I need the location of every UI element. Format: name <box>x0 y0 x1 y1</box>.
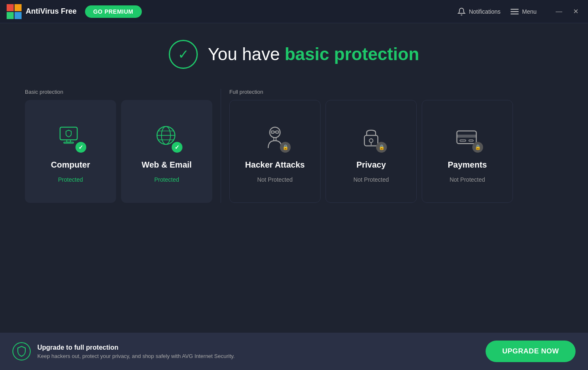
web-email-check-badge: ✓ <box>172 142 182 153</box>
payments-card-title: Payments <box>448 160 487 170</box>
hero-prefix: You have <box>208 44 284 64</box>
privacy-card[interactable]: 🔒 Privacy Not Protected <box>326 100 417 203</box>
minimize-button[interactable]: — <box>553 6 565 17</box>
upgrade-bar: Upgrade to full protection Keep hackers … <box>0 333 588 370</box>
payments-card[interactable]: 🔒 Payments Not Protected <box>422 100 513 203</box>
computer-card[interactable]: ✓ Computer Protected <box>25 100 116 203</box>
svg-rect-3 <box>15 12 22 19</box>
menu-button[interactable]: Menu <box>510 8 537 15</box>
main-content: ✓ You have basic protection Basic protec… <box>0 23 588 333</box>
close-button[interactable]: ✕ <box>570 6 581 17</box>
section-divider <box>221 89 221 203</box>
hacker-card[interactable]: 🔒 Hacker Attacks Not Protected <box>229 100 321 203</box>
upgrade-title: Upgrade to full protection <box>37 344 479 351</box>
hacker-card-title: Hacker Attacks <box>245 160 305 170</box>
upgrade-now-button[interactable]: UPGRADE NOW <box>486 341 576 362</box>
web-email-icon: ✓ <box>150 120 183 153</box>
cards-section: Basic protection ✓ <box>25 89 563 203</box>
svg-rect-0 <box>7 4 14 11</box>
full-protection-group: Full protection <box>229 89 513 203</box>
computer-check-badge: ✓ <box>75 142 86 153</box>
app-name-label: AntiVirus Free <box>26 7 77 16</box>
full-protection-label: Full protection <box>229 89 513 95</box>
titlebar: AntiVirus Free GO PREMIUM Notifications … <box>0 0 588 23</box>
web-email-card[interactable]: ✓ Web & Email Protected <box>121 100 212 203</box>
hacker-card-status: Not Protected <box>257 176 293 183</box>
go-premium-button[interactable]: GO PREMIUM <box>85 5 142 18</box>
titlebar-right: Notifications Menu — ✕ <box>457 6 581 17</box>
hero-check-icon: ✓ <box>178 46 189 62</box>
computer-card-status: Protected <box>58 176 83 183</box>
svg-rect-17 <box>276 131 279 133</box>
basic-protection-label: Basic protection <box>25 89 212 95</box>
computer-icon: ✓ <box>54 120 87 153</box>
hero-heading: You have basic protection <box>208 44 419 64</box>
svg-rect-27 <box>469 140 474 141</box>
window-controls: — ✕ <box>553 6 581 17</box>
notifications-label: Notifications <box>469 8 501 15</box>
hacker-lock-badge: 🔒 <box>280 142 291 153</box>
svg-rect-26 <box>460 140 466 141</box>
svg-rect-9 <box>64 142 73 143</box>
svg-rect-2 <box>7 12 14 19</box>
hero-highlight: basic protection <box>284 44 419 64</box>
web-email-card-status: Protected <box>154 176 179 183</box>
upgrade-description: Keep hackers out, protect your privacy, … <box>37 353 479 359</box>
upgrade-shield-icon <box>12 342 31 360</box>
privacy-card-status: Not Protected <box>353 176 389 183</box>
web-email-card-title: Web & Email <box>142 160 192 170</box>
avg-logo <box>7 4 22 19</box>
payments-lock-badge: 🔒 <box>472 142 483 153</box>
svg-rect-1 <box>15 4 22 11</box>
menu-label: Menu <box>522 8 537 15</box>
upgrade-text-block: Upgrade to full protection Keep hackers … <box>37 344 479 359</box>
payments-card-status: Not Protected <box>450 176 485 183</box>
basic-protection-group: Basic protection ✓ <box>25 89 212 203</box>
hero-section: ✓ You have basic protection <box>25 40 563 69</box>
notifications-button[interactable]: Notifications <box>457 7 501 16</box>
svg-rect-16 <box>271 131 274 133</box>
computer-card-title: Computer <box>51 160 90 170</box>
payments-icon: 🔒 <box>451 120 484 153</box>
hero-circle: ✓ <box>169 40 198 69</box>
hacker-icon: 🔒 <box>258 120 292 153</box>
basic-cards-row: ✓ Computer Protected <box>25 100 212 203</box>
svg-point-22 <box>369 139 373 142</box>
privacy-card-title: Privacy <box>356 160 386 170</box>
svg-rect-7 <box>60 127 77 140</box>
svg-rect-25 <box>457 134 476 137</box>
full-cards-row: 🔒 Hacker Attacks Not Protected <box>229 100 513 203</box>
privacy-icon: 🔒 <box>355 120 388 153</box>
privacy-lock-badge: 🔒 <box>376 142 387 153</box>
